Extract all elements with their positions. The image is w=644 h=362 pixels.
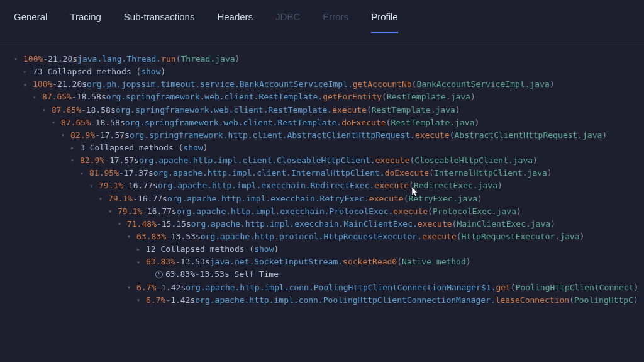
frame-package: org.springframework.web.client.RestTempl… <box>116 104 332 116</box>
stack-frame-row[interactable]: ▾81.95% - 17.37s org.apache.http.impl.cl… <box>14 167 644 179</box>
frame-method: execute <box>422 230 457 243</box>
frame-method: get <box>496 281 510 294</box>
frame-source: BankAccountServiceImpl.java <box>417 78 550 91</box>
tab-subtransactions[interactable]: Sub-transactions <box>124 11 195 33</box>
stack-frame-row[interactable]: ▾63.83% - 13.53s java.net.SocketInputStr… <box>14 256 644 268</box>
frame-package: org.apache.http.impl.execchain.MainClien… <box>191 218 418 230</box>
collapse-toggle-icon[interactable]: ▾ <box>108 206 116 217</box>
stack-frame-row[interactable]: ▾6.7% - 1.42s org.apache.http.impl.conn.… <box>14 281 644 294</box>
frame-percentage: 87.65% <box>61 116 91 129</box>
collapse-toggle-icon[interactable]: ▾ <box>52 118 59 128</box>
collapse-toggle-icon[interactable]: ▾ <box>23 80 31 90</box>
frame-duration: 21.20s <box>57 78 87 91</box>
stack-frame-row[interactable]: ▾79.1% - 16.77s org.apache.http.impl.exe… <box>14 193 644 205</box>
collapsed-methods-label: 3 Collapsed methods ( <box>80 142 183 154</box>
stack-frame-row[interactable]: ▾82.9% - 17.57s org.springframework.http… <box>14 129 644 142</box>
collapse-toggle-icon[interactable]: ▾ <box>70 156 78 166</box>
frame-source: PoolingHttpC <box>574 294 633 307</box>
stack-frame-row[interactable]: ▾79.1% - 16.77s org.apache.http.impl.exe… <box>14 179 644 192</box>
collapse-toggle-icon[interactable]: ▾ <box>127 232 135 242</box>
frame-percentage: 71.48% <box>127 218 157 230</box>
tab-jdbc[interactable]: JDBC <box>275 11 300 33</box>
frame-source: HttpRequestExecutor.java <box>462 230 580 243</box>
frame-percentage: 82.9% <box>80 154 104 167</box>
collapse-toggle-icon[interactable]: ▾ <box>14 54 21 64</box>
collapse-toggle-icon[interactable]: ▾ <box>33 93 40 103</box>
frame-package: org.apache.http.impl.client.InternalHttp… <box>153 167 385 179</box>
frame-percentage: 63.83% <box>165 268 195 281</box>
collapse-toggle-icon[interactable]: ▾ <box>89 181 97 191</box>
frame-source: PoolingHttpClientConnect <box>516 281 634 294</box>
collapse-toggle-icon[interactable]: ▾ <box>136 295 144 305</box>
stack-frame-row[interactable]: ▾6.7% - 1.42s org.apache.http.impl.conn.… <box>14 294 644 307</box>
frame-package: org.apache.http.protocol.HttpRequestExec… <box>201 230 422 243</box>
stack-frame-row[interactable]: ▸73 Collapsed methods (show) <box>14 65 644 78</box>
stack-frame-row[interactable]: ▾63.83% - 13.53s org.apache.http.protoco… <box>14 230 644 243</box>
tab-general[interactable]: General <box>14 11 47 33</box>
frame-method: getAccountNb <box>353 78 412 91</box>
stack-frame-row[interactable]: ▾82.9% - 17.57s org.apache.http.impl.cli… <box>14 154 644 167</box>
collapse-toggle-icon[interactable]: ▾ <box>42 105 50 115</box>
frame-method: execute <box>369 193 404 205</box>
frame-percentage: 87.65% <box>52 104 81 116</box>
collapse-toggle-icon[interactable]: ▾ <box>136 257 144 268</box>
frame-method: execute <box>332 104 367 116</box>
frame-method: doExecute <box>385 167 429 179</box>
frame-method: getForEntity <box>323 91 382 103</box>
frame-package: org.ph.jopssim.timeout.service.BankAccou… <box>87 78 353 91</box>
show-link[interactable]: show <box>254 243 274 256</box>
collapse-toggle-icon[interactable]: ▸ <box>23 67 31 77</box>
frame-method: execute <box>375 154 410 167</box>
profile-tree: ▾100% - 21.20s java.lang.Thread.run(Thre… <box>0 45 644 307</box>
frame-source: RestTemplate.java <box>387 91 470 103</box>
frame-package: org.apache.http.impl.execchain.RetryExec… <box>167 193 369 205</box>
frame-percentage: 79.1% <box>99 179 123 192</box>
frame-package: java.net.SocketInputStream. <box>210 256 343 268</box>
frame-duration: 21.20s <box>48 53 77 65</box>
frame-duration: 18.58s <box>96 116 125 129</box>
frame-duration: 16.77s <box>147 205 177 218</box>
stack-frame-row[interactable]: ▾79.1% - 16.77s org.apache.http.impl.exe… <box>14 205 644 218</box>
frame-method: leaseConnection <box>496 294 569 307</box>
frame-percentage: 6.7% <box>146 294 165 307</box>
stack-frame-row[interactable]: 63.83% - 13.53s Self Time <box>14 268 644 281</box>
frame-source: Native method <box>402 256 466 268</box>
tab-bar: General Tracing Sub-transactions Headers… <box>0 0 644 45</box>
show-link[interactable]: show <box>183 142 203 154</box>
frame-duration: 13.53s <box>180 256 210 268</box>
collapse-toggle-icon[interactable]: ▾ <box>80 169 87 179</box>
frame-method: execute <box>418 218 452 230</box>
tab-profile[interactable]: Profile <box>371 11 398 33</box>
stack-frame-row[interactable]: ▾87.65% - 18.58s org.springframework.web… <box>14 91 644 103</box>
frame-method: socketRead0 <box>343 256 397 268</box>
stack-frame-row[interactable]: ▾71.48% - 15.15s org.apache.http.impl.ex… <box>14 218 644 230</box>
clock-icon <box>155 271 163 278</box>
stack-frame-row[interactable]: ▾87.65% - 18.58s org.springframework.web… <box>14 104 644 116</box>
frame-source: RetryExec.java <box>408 193 477 205</box>
collapse-toggle-icon[interactable]: ▾ <box>61 130 69 140</box>
tab-headers[interactable]: Headers <box>217 11 253 33</box>
frame-source: CloseableHttpClient.java <box>414 154 533 167</box>
frame-percentage: 81.95% <box>89 167 119 179</box>
frame-duration: 17.37s <box>124 167 153 179</box>
frame-source: InternalHttpClient.java <box>434 167 547 179</box>
frame-duration: 1.42s <box>170 294 195 307</box>
frame-package: org.apache.http.impl.conn.PoolingHttpCli… <box>195 294 495 307</box>
stack-frame-row[interactable]: ▾87.65% - 18.58s org.springframework.web… <box>14 116 644 129</box>
collapse-toggle-icon[interactable]: ▾ <box>118 219 125 229</box>
frame-duration: 13.53s Self Time <box>200 268 279 281</box>
frame-duration: 1.42s <box>161 281 186 294</box>
collapse-toggle-icon[interactable]: ▸ <box>70 143 78 153</box>
stack-frame-row[interactable]: ▾100% - 21.20s java.lang.Thread.run(Thre… <box>14 53 644 65</box>
tab-errors[interactable]: Errors <box>323 11 348 33</box>
stack-frame-row[interactable]: ▸12 Collapsed methods (show) <box>14 243 644 256</box>
tab-tracing[interactable]: Tracing <box>70 11 101 33</box>
frame-percentage: 82.9% <box>70 129 95 142</box>
show-link[interactable]: show <box>141 65 160 78</box>
collapse-toggle-icon[interactable]: ▾ <box>127 283 135 293</box>
stack-frame-row[interactable]: ▾100% - 21.20s org.ph.jopssim.timeout.se… <box>14 78 644 91</box>
frame-package: org.springframework.web.client.RestTempl… <box>125 116 341 129</box>
stack-frame-row[interactable]: ▸3 Collapsed methods (show) <box>14 142 644 154</box>
collapse-toggle-icon[interactable]: ▸ <box>136 244 144 254</box>
collapse-toggle-icon[interactable]: ▾ <box>99 194 106 204</box>
